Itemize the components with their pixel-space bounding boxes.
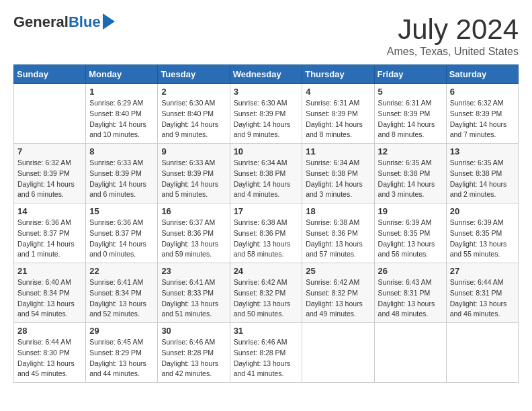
day-number: 20 <box>450 206 515 216</box>
calendar-cell: 13Sunrise: 6:35 AMSunset: 8:38 PMDayligh… <box>446 144 518 203</box>
day-info: Sunrise: 6:46 AMSunset: 8:28 PMDaylight:… <box>161 337 226 379</box>
day-number: 5 <box>378 87 443 97</box>
day-info: Sunrise: 6:42 AMSunset: 8:32 PMDaylight:… <box>306 277 370 320</box>
calendar-day-header: Tuesday <box>158 65 230 84</box>
logo-general-text: General <box>13 13 69 31</box>
calendar-week-row: 21Sunrise: 6:40 AMSunset: 8:34 PMDayligh… <box>14 263 519 323</box>
calendar-cell: 5Sunrise: 6:31 AMSunset: 8:39 PMDaylight… <box>374 84 446 144</box>
calendar-day-header: Thursday <box>302 65 374 84</box>
calendar-cell: 27Sunrise: 6:44 AMSunset: 8:31 PMDayligh… <box>446 263 518 323</box>
day-number: 22 <box>89 266 154 276</box>
day-number: 9 <box>161 146 226 156</box>
calendar-cell <box>14 84 86 144</box>
day-info: Sunrise: 6:38 AMSunset: 8:36 PMDaylight:… <box>306 218 370 260</box>
day-info: Sunrise: 6:31 AMSunset: 8:39 PMDaylight:… <box>378 98 443 140</box>
day-info: Sunrise: 6:41 AMSunset: 8:33 PMDaylight:… <box>161 277 226 320</box>
calendar-cell: 15Sunrise: 6:36 AMSunset: 8:37 PMDayligh… <box>86 203 158 263</box>
calendar-cell: 14Sunrise: 6:36 AMSunset: 8:37 PMDayligh… <box>14 203 86 263</box>
logo-arrow-icon <box>103 13 115 30</box>
calendar-cell: 10Sunrise: 6:34 AMSunset: 8:38 PMDayligh… <box>230 144 302 203</box>
day-info: Sunrise: 6:35 AMSunset: 8:38 PMDaylight:… <box>378 158 443 200</box>
calendar-week-row: 7Sunrise: 6:32 AMSunset: 8:39 PMDaylight… <box>14 144 519 203</box>
day-number: 31 <box>234 326 299 336</box>
day-info: Sunrise: 6:34 AMSunset: 8:38 PMDaylight:… <box>234 158 299 200</box>
calendar-cell: 3Sunrise: 6:30 AMSunset: 8:39 PMDaylight… <box>230 84 302 144</box>
day-number: 29 <box>89 326 154 336</box>
calendar-cell: 25Sunrise: 6:42 AMSunset: 8:32 PMDayligh… <box>302 263 374 323</box>
calendar-cell: 30Sunrise: 6:46 AMSunset: 8:28 PMDayligh… <box>158 323 230 383</box>
day-number: 8 <box>89 146 154 156</box>
day-info: Sunrise: 6:34 AMSunset: 8:38 PMDaylight:… <box>306 158 370 200</box>
calendar-cell: 31Sunrise: 6:46 AMSunset: 8:28 PMDayligh… <box>230 323 302 383</box>
calendar-cell: 22Sunrise: 6:41 AMSunset: 8:34 PMDayligh… <box>86 263 158 323</box>
day-number: 7 <box>17 146 82 156</box>
day-number: 13 <box>450 146 515 156</box>
day-info: Sunrise: 6:44 AMSunset: 8:31 PMDaylight:… <box>450 277 515 320</box>
calendar-cell: 9Sunrise: 6:33 AMSunset: 8:39 PMDaylight… <box>158 144 230 203</box>
day-info: Sunrise: 6:37 AMSunset: 8:36 PMDaylight:… <box>161 218 226 260</box>
calendar-cell: 28Sunrise: 6:44 AMSunset: 8:30 PMDayligh… <box>14 323 86 383</box>
calendar-cell <box>446 323 518 383</box>
day-info: Sunrise: 6:36 AMSunset: 8:37 PMDaylight:… <box>89 218 154 260</box>
calendar-cell: 2Sunrise: 6:30 AMSunset: 8:40 PMDaylight… <box>158 84 230 144</box>
calendar-cell: 17Sunrise: 6:38 AMSunset: 8:36 PMDayligh… <box>230 203 302 263</box>
day-info: Sunrise: 6:40 AMSunset: 8:34 PMDaylight:… <box>17 277 82 320</box>
day-info: Sunrise: 6:46 AMSunset: 8:28 PMDaylight:… <box>234 337 299 379</box>
day-number: 12 <box>378 146 443 156</box>
logo-blue-text: Blue <box>69 13 101 31</box>
day-info: Sunrise: 6:32 AMSunset: 8:39 PMDaylight:… <box>450 98 515 140</box>
calendar-cell: 4Sunrise: 6:31 AMSunset: 8:39 PMDaylight… <box>302 84 374 144</box>
day-info: Sunrise: 6:30 AMSunset: 8:40 PMDaylight:… <box>161 98 226 140</box>
day-number: 27 <box>450 266 515 276</box>
calendar-cell <box>302 323 374 383</box>
day-number: 21 <box>17 266 82 276</box>
day-number: 10 <box>234 146 299 156</box>
day-info: Sunrise: 6:29 AMSunset: 8:40 PMDaylight:… <box>89 98 154 140</box>
location-subtitle: Ames, Texas, United States <box>387 46 519 58</box>
calendar-cell <box>374 323 446 383</box>
day-number: 18 <box>306 206 370 216</box>
day-number: 28 <box>17 326 82 336</box>
calendar-cell: 7Sunrise: 6:32 AMSunset: 8:39 PMDaylight… <box>14 144 86 203</box>
day-info: Sunrise: 6:39 AMSunset: 8:35 PMDaylight:… <box>450 218 515 260</box>
day-info: Sunrise: 6:41 AMSunset: 8:34 PMDaylight:… <box>89 277 154 320</box>
day-number: 25 <box>306 266 370 276</box>
logo: General Blue <box>13 13 115 31</box>
calendar-header-row: SundayMondayTuesdayWednesdayThursdayFrid… <box>14 65 519 84</box>
day-info: Sunrise: 6:43 AMSunset: 8:31 PMDaylight:… <box>378 277 443 320</box>
day-info: Sunrise: 6:33 AMSunset: 8:39 PMDaylight:… <box>89 158 154 200</box>
day-number: 17 <box>234 206 299 216</box>
calendar-cell: 11Sunrise: 6:34 AMSunset: 8:38 PMDayligh… <box>302 144 374 203</box>
calendar-table: SundayMondayTuesdayWednesdayThursdayFrid… <box>13 64 519 383</box>
calendar-cell: 8Sunrise: 6:33 AMSunset: 8:39 PMDaylight… <box>86 144 158 203</box>
day-info: Sunrise: 6:38 AMSunset: 8:36 PMDaylight:… <box>234 218 299 260</box>
calendar-cell: 6Sunrise: 6:32 AMSunset: 8:39 PMDaylight… <box>446 84 518 144</box>
title-section: July 2024 Ames, Texas, United States <box>387 13 519 58</box>
calendar-day-header: Sunday <box>14 65 86 84</box>
calendar-cell: 12Sunrise: 6:35 AMSunset: 8:38 PMDayligh… <box>374 144 446 203</box>
calendar-cell: 23Sunrise: 6:41 AMSunset: 8:33 PMDayligh… <box>158 263 230 323</box>
calendar-week-row: 14Sunrise: 6:36 AMSunset: 8:37 PMDayligh… <box>14 203 519 263</box>
day-number: 23 <box>161 266 226 276</box>
day-info: Sunrise: 6:35 AMSunset: 8:38 PMDaylight:… <box>450 158 515 200</box>
day-number: 1 <box>89 87 154 97</box>
day-info: Sunrise: 6:42 AMSunset: 8:32 PMDaylight:… <box>234 277 299 320</box>
calendar-cell: 26Sunrise: 6:43 AMSunset: 8:31 PMDayligh… <box>374 263 446 323</box>
day-info: Sunrise: 6:45 AMSunset: 8:29 PMDaylight:… <box>89 337 154 379</box>
day-number: 19 <box>378 206 443 216</box>
day-number: 11 <box>306 146 370 156</box>
calendar-week-row: 28Sunrise: 6:44 AMSunset: 8:30 PMDayligh… <box>14 323 519 383</box>
day-number: 14 <box>17 206 82 216</box>
calendar-cell: 29Sunrise: 6:45 AMSunset: 8:29 PMDayligh… <box>86 323 158 383</box>
day-number: 15 <box>89 206 154 216</box>
day-number: 3 <box>234 87 299 97</box>
calendar-cell: 24Sunrise: 6:42 AMSunset: 8:32 PMDayligh… <box>230 263 302 323</box>
calendar-cell: 21Sunrise: 6:40 AMSunset: 8:34 PMDayligh… <box>14 263 86 323</box>
calendar-week-row: 1Sunrise: 6:29 AMSunset: 8:40 PMDaylight… <box>14 84 519 144</box>
day-number: 24 <box>234 266 299 276</box>
day-number: 16 <box>161 206 226 216</box>
day-number: 26 <box>378 266 443 276</box>
calendar-cell: 1Sunrise: 6:29 AMSunset: 8:40 PMDaylight… <box>86 84 158 144</box>
day-number: 6 <box>450 87 515 97</box>
calendar-cell: 18Sunrise: 6:38 AMSunset: 8:36 PMDayligh… <box>302 203 374 263</box>
